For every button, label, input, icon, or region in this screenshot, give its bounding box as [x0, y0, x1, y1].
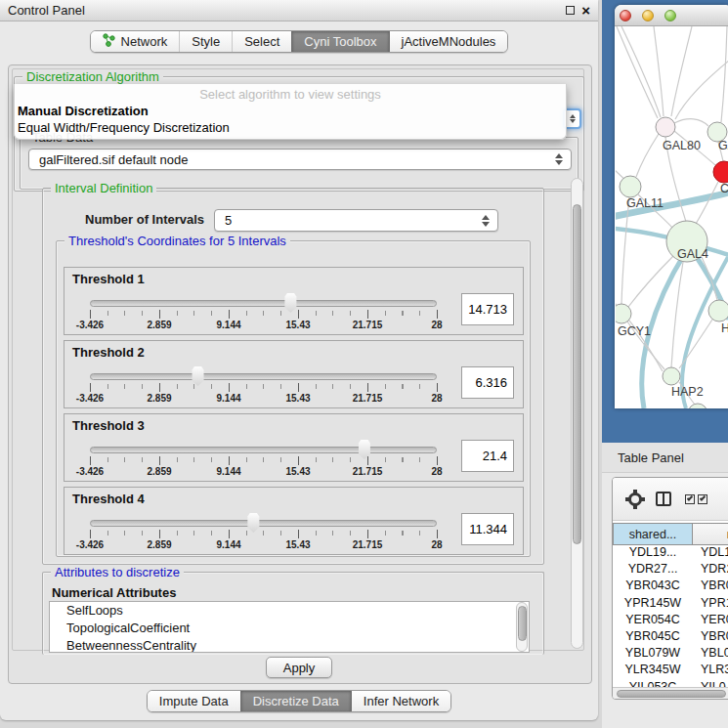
combobox-stepper-icon[interactable]: [551, 153, 567, 165]
network-node[interactable]: [656, 117, 675, 137]
numerical-attributes-label: Numerical Attributes: [52, 585, 176, 600]
tab-jactivemnodules[interactable]: jActiveMNodules: [389, 31, 508, 52]
scrollbar-thumb[interactable]: [573, 204, 581, 544]
table-cell: YBL0: [693, 646, 728, 663]
algorithm-dropdown-popup: Select algorithm to view settings Manual…: [14, 84, 567, 140]
table-header: shared... name: [613, 523, 728, 545]
tick-label: 9.144: [216, 466, 240, 477]
table-row[interactable]: YDL19...YDL1: [613, 545, 728, 562]
network-node[interactable]: [708, 300, 728, 321]
float-window-icon[interactable]: [566, 6, 575, 15]
bottom-tabbar: Impute Data Discretize Data Infer Networ…: [0, 690, 598, 712]
tab-network[interactable]: Network: [91, 31, 180, 52]
dropdown-option-equal-width-frequency[interactable]: Equal Width/Frequency Discretization: [18, 120, 558, 135]
tick-label: 21.715: [353, 466, 383, 477]
slider-track[interactable]: [90, 520, 437, 527]
threshold-value-field[interactable]: 6.316: [461, 366, 514, 399]
close-traffic-light-icon[interactable]: [620, 10, 631, 21]
slider-scale: -3.4262.8599.14415.4321.71528: [90, 456, 437, 478]
column-header-name[interactable]: name: [693, 523, 728, 545]
network-node[interactable]: [713, 161, 728, 183]
tab-label: Discretize Data: [253, 694, 339, 708]
gear-icon[interactable]: [628, 492, 642, 506]
attribute-list-item[interactable]: TopologicalCoefficient: [50, 620, 529, 637]
tick-label: 2.859: [147, 539, 171, 550]
dropdown-option-manual-discretization[interactable]: Manual Discretization: [18, 104, 558, 118]
network-canvas[interactable]: GAL80GACGAL11GAL4GCY1HHAP2: [616, 26, 728, 408]
apply-row: Apply: [0, 657, 598, 678]
threshold-value-field[interactable]: 14.713: [461, 293, 514, 325]
scrollbar-thumb[interactable]: [518, 606, 527, 641]
node-label: C: [720, 182, 728, 195]
table-row[interactable]: YDR27...YDR2: [613, 562, 728, 578]
threshold-label: Threshold 3: [72, 418, 145, 433]
network-view-window: GAL80GACGAL11GAL4GCY1HHAP2: [615, 5, 728, 408]
network-edge[interactable]: [675, 61, 728, 119]
table-horizontal-scrollbar[interactable]: [613, 687, 728, 700]
network-node[interactable]: [663, 367, 680, 385]
threshold-3-row: Threshold 3-3.4262.8599.14415.4321.71528…: [64, 413, 524, 482]
network-window-titlebar[interactable]: [615, 5, 728, 26]
network-edge[interactable]: [671, 26, 692, 116]
table-row[interactable]: YBR043CYBR0: [613, 578, 728, 595]
table-data-combobox[interactable]: galFiltered.sif default node: [28, 149, 572, 170]
tab-label: Cyni Toolbox: [304, 34, 376, 49]
tick-label: 9.144: [216, 393, 240, 404]
tab-infer-network[interactable]: Infer Network: [351, 691, 450, 711]
network-edge[interactable]: [617, 26, 658, 118]
tick-label: 9.144: [216, 539, 240, 550]
scrollbar-thumb[interactable]: [617, 690, 726, 698]
network-edge[interactable]: [616, 158, 625, 180]
table-row[interactable]: YBR045CYBR0: [613, 629, 728, 646]
close-icon[interactable]: ×: [581, 5, 590, 17]
table-row[interactable]: YPR145WYPR1: [613, 596, 728, 613]
threshold-value-field[interactable]: 11.344: [461, 513, 514, 545]
attributes-list-scrollbar[interactable]: [516, 602, 528, 652]
select-all-checkbox-icon[interactable]: [685, 494, 695, 504]
network-node[interactable]: [616, 304, 631, 323]
table-cell: YIL053C: [613, 680, 693, 688]
column-header-shared-name[interactable]: shared...: [613, 523, 693, 545]
group-title: Attributes to discretize: [51, 565, 184, 579]
columns-icon[interactable]: [656, 492, 671, 506]
network-edge[interactable]: [621, 26, 661, 117]
control-panel-titlebar: Control Panel ×: [0, 0, 598, 21]
slider-track[interactable]: [90, 447, 437, 453]
combobox-stepper-icon[interactable]: [478, 215, 493, 227]
tab-impute-data[interactable]: Impute Data: [148, 691, 240, 711]
slider-track[interactable]: [90, 300, 437, 307]
attribute-list-item[interactable]: BetweennessCentrality: [50, 637, 529, 653]
tab-select[interactable]: Select: [232, 31, 291, 52]
tab-cyni-toolbox[interactable]: Cyni Toolbox: [291, 31, 388, 52]
network-node[interactable]: [620, 176, 641, 197]
tick-label: 2.859: [147, 393, 171, 404]
group-title: Interval Definition: [51, 181, 156, 195]
table-row[interactable]: YLR345WYLR3: [613, 663, 728, 679]
attribute-list-item[interactable]: SelfLoops: [50, 602, 529, 620]
numerical-attributes-list[interactable]: SelfLoopsTopologicalCoefficientBetweenne…: [49, 601, 530, 653]
node-label: GAL80: [663, 139, 701, 152]
network-edge[interactable]: [636, 134, 659, 177]
table-cell: YER0: [693, 613, 728, 629]
network-edge[interactable]: [721, 26, 727, 122]
tab-discretize-data[interactable]: Discretize Data: [240, 691, 351, 711]
number-of-intervals-combobox[interactable]: 5: [214, 209, 498, 232]
table-row[interactable]: YER054CYER0: [613, 613, 728, 629]
table-row[interactable]: YIL053CYIL0: [613, 680, 728, 688]
apply-button[interactable]: Apply: [266, 657, 333, 678]
zoom-traffic-light-icon[interactable]: [664, 10, 676, 21]
select-none-checkbox-icon[interactable]: [698, 494, 707, 504]
tick-label: -3.426: [76, 320, 104, 330]
slider-track[interactable]: [90, 373, 437, 380]
threshold-value-field[interactable]: 21.4: [461, 440, 514, 472]
network-node[interactable]: [688, 404, 707, 408]
tick-label: 21.715: [353, 539, 383, 550]
tab-label: Impute Data: [159, 694, 229, 708]
table-panel-titlebar: Table Panel: [602, 443, 728, 473]
tab-style[interactable]: Style: [179, 31, 232, 52]
panel-scrollbar[interactable]: [571, 178, 583, 649]
network-edge[interactable]: [674, 119, 708, 126]
table-row[interactable]: YBL079WYBL0: [613, 646, 728, 663]
table-panel: shared... name YDL19...YDL1YDR27...YDR2Y…: [612, 477, 728, 700]
minimize-traffic-light-icon[interactable]: [642, 10, 654, 21]
